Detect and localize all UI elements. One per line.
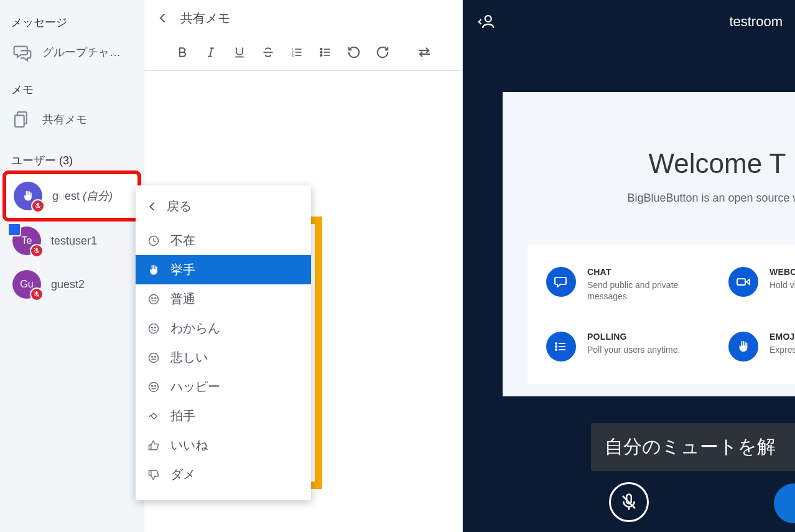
strikethrough-button[interactable] (260, 44, 276, 60)
svg-point-32 (149, 353, 159, 362)
notes-header: 共有メモ (144, 0, 462, 32)
feature-desc: Send public and private messages. (587, 279, 706, 302)
sidebar: メッセージ グループチャ… メモ 共有メモ ユーザー (3) guest (自分… (0, 0, 144, 532)
thumbs-down-icon (147, 468, 160, 482)
status-item-thumbs-up[interactable]: いいね (136, 431, 311, 460)
raised-hand-icon (22, 190, 34, 202)
users-heading-text: ユーザー (11, 154, 56, 167)
svg-point-30 (152, 327, 153, 328)
svg-marker-40 (746, 279, 750, 284)
muted-mic-icon (31, 199, 45, 213)
user-row-self[interactable]: guest (自分) (5, 173, 139, 219)
feature-webcams: WEBCAMS Hold visual meetin (728, 267, 795, 302)
feature-title: CHAT (587, 267, 706, 277)
svg-point-44 (556, 343, 557, 344)
feature-chat: CHAT Send public and private messages. (546, 267, 706, 302)
svg-point-20 (320, 52, 322, 54)
status-item-raise-hand[interactable]: 挙手 (136, 255, 311, 284)
user-row[interactable]: Te testuser1 (5, 219, 139, 263)
main-top-bar: testroom (463, 0, 795, 44)
svg-point-29 (149, 324, 159, 333)
svg-text:3: 3 (292, 54, 294, 57)
chat-icon (546, 267, 576, 297)
status-item-label: ダメ (170, 466, 195, 483)
raised-hand-icon (728, 332, 758, 362)
undo-button[interactable] (346, 44, 362, 60)
shared-notes-label: 共有メモ (42, 112, 87, 127)
welcome-title: Welcome T (528, 148, 795, 179)
unordered-list-button[interactable] (317, 44, 333, 60)
svg-point-37 (155, 385, 156, 386)
feature-title: POLLING (587, 332, 680, 342)
svg-point-36 (152, 385, 153, 386)
svg-point-33 (152, 356, 153, 357)
ordered-list-button[interactable]: 123 (289, 44, 305, 60)
status-item-label: いいね (170, 437, 208, 454)
group-chat-label: グループチャ… (42, 45, 121, 60)
welcome-slide: Welcome T BigBlueButton is an open sourc… (503, 92, 795, 396)
status-item-label: 普通 (170, 291, 195, 307)
editor-toolbar: 123 (144, 32, 462, 71)
notes-heading: メモ (5, 80, 139, 101)
mute-toggle-button[interactable] (609, 482, 649, 522)
feature-title: WEBCAMS (769, 267, 795, 277)
notes-panel: 共有メモ 123 戻る 不在 挙手 (144, 0, 463, 532)
menu-back-label: 戻る (167, 198, 192, 215)
neutral-face-icon (147, 292, 160, 306)
svg-point-46 (556, 349, 557, 350)
svg-point-19 (320, 49, 322, 50)
unmute-toast: 自分のミュートを解 (591, 423, 795, 471)
user-name: guest2 (51, 278, 85, 291)
svg-point-25 (149, 294, 159, 304)
underline-button[interactable] (231, 44, 248, 60)
confused-face-icon (147, 322, 160, 335)
menu-back-button[interactable]: 戻る (136, 192, 311, 222)
muted-mic-icon (30, 287, 44, 301)
status-item-away[interactable]: 不在 (136, 226, 311, 255)
svg-point-35 (149, 382, 159, 391)
clap-icon (147, 409, 160, 423)
bold-button[interactable] (174, 44, 190, 60)
feature-desc: Hold visual meetin (769, 279, 795, 291)
status-menu: 戻る 不在 挙手 普通 わからん 悲しい (136, 185, 311, 500)
status-item-neutral[interactable]: 普通 (136, 284, 311, 314)
user-name: guest (自分) (52, 189, 113, 203)
group-chat-item[interactable]: グループチャ… (5, 34, 139, 71)
chat-icon (12, 42, 32, 62)
italic-button[interactable] (203, 44, 219, 60)
muted-mic-icon (30, 244, 44, 258)
feature-emojis: EMOJIS Express yourself. (728, 332, 795, 362)
thumbs-up-icon (147, 439, 160, 452)
redo-button[interactable] (374, 44, 391, 60)
svg-point-21 (320, 55, 322, 57)
userlist-toggle-icon[interactable] (475, 11, 496, 32)
welcome-subtitle: BigBlueButton is an open source we (528, 192, 795, 205)
user-name: testuser1 (51, 235, 97, 248)
status-menu-list: 不在 挙手 普通 わからん 悲しい ハッピー (136, 222, 311, 493)
status-item-label: 拍手 (170, 408, 195, 424)
raised-hand-icon (147, 263, 160, 277)
status-item-thumbs-down[interactable]: ダメ (136, 460, 311, 489)
status-item-confused[interactable]: わからん (136, 314, 311, 343)
users-count: (3) (59, 154, 73, 167)
feature-polling: POLLING Poll your users anytime. (546, 332, 706, 362)
messages-heading: メッセージ (5, 12, 139, 34)
svg-point-34 (155, 356, 156, 357)
svg-rect-39 (737, 279, 745, 285)
svg-point-28 (155, 297, 156, 299)
svg-point-38 (485, 16, 491, 22)
shared-notes-item[interactable]: 共有メモ (5, 101, 139, 138)
clock-icon (147, 234, 160, 248)
avatar-initials: Te (22, 235, 32, 246)
status-item-sad[interactable]: 悲しい (136, 343, 311, 372)
svg-point-27 (152, 297, 153, 299)
svg-rect-1 (15, 115, 24, 127)
users-heading: ユーザー (3) (5, 138, 139, 173)
swap-icon[interactable] (416, 44, 432, 60)
avatar: Gu (12, 270, 41, 299)
user-row[interactable]: Gu guest2 (5, 263, 139, 306)
svg-point-31 (155, 327, 156, 328)
back-icon[interactable] (157, 12, 170, 26)
status-item-happy[interactable]: ハッピー (136, 372, 311, 401)
status-item-applause[interactable]: 拍手 (136, 401, 311, 431)
